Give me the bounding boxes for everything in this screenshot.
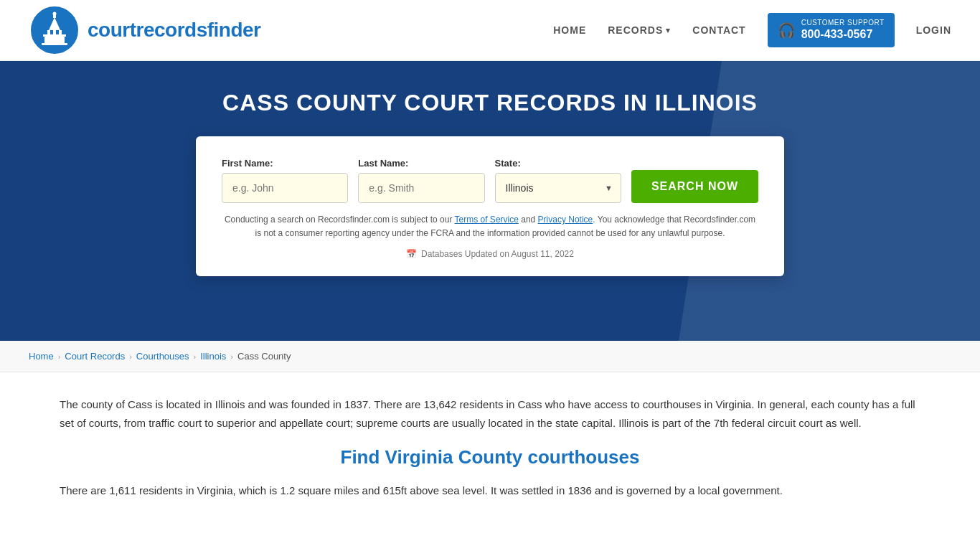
logo-text: courtrecordsfinder bbox=[88, 19, 261, 42]
breadcrumb-sep-4: › bbox=[230, 352, 233, 361]
breadcrumb-sep-3: › bbox=[194, 352, 197, 361]
state-select[interactable]: AlabamaAlaskaArizonaArkansasCaliforniaCo… bbox=[495, 173, 621, 203]
logo-icon bbox=[29, 4, 80, 56]
calendar-icon: 📅 bbox=[406, 249, 417, 259]
nav-login[interactable]: LOGIN bbox=[916, 24, 951, 36]
main-nav: HOME RECORDS ▾ CONTACT 🎧 CUSTOMER SUPPOR… bbox=[553, 13, 951, 47]
first-name-group: First Name: bbox=[222, 158, 348, 203]
breadcrumb-courthouses[interactable]: Courthouses bbox=[136, 351, 189, 362]
section-paragraph: There are 1,611 residents in Virginia, w… bbox=[60, 481, 920, 500]
hero-section: CASS COUNTY COURT RECORDS IN ILLINOIS Fi… bbox=[0, 61, 980, 341]
search-fields: First Name: Last Name: State: AlabamaAla… bbox=[222, 158, 758, 203]
privacy-link[interactable]: Privacy Notice bbox=[538, 215, 593, 225]
hero-title: CASS COUNTY COURT RECORDS IN ILLINOIS bbox=[222, 90, 758, 116]
state-label: State: bbox=[495, 158, 621, 169]
intro-paragraph: The county of Cass is located in Illinoi… bbox=[60, 395, 920, 432]
first-name-label: First Name: bbox=[222, 158, 348, 169]
site-header: courtrecordsfinder HOME RECORDS ▾ CONTAC… bbox=[0, 0, 980, 61]
nav-records[interactable]: RECORDS ▾ bbox=[608, 24, 671, 36]
logo-link[interactable]: courtrecordsfinder bbox=[29, 4, 261, 56]
svg-rect-9 bbox=[42, 43, 67, 45]
db-update: 📅 Databases Updated on August 11, 2022 bbox=[222, 249, 758, 259]
support-text: CUSTOMER SUPPORT 800-433-0567 bbox=[801, 19, 885, 41]
svg-rect-5 bbox=[43, 34, 66, 37]
breadcrumb-illinois[interactable]: Illinois bbox=[200, 351, 226, 362]
last-name-input[interactable] bbox=[358, 173, 484, 203]
headset-icon: 🎧 bbox=[778, 22, 796, 39]
state-wrapper: AlabamaAlaskaArizonaArkansasCaliforniaCo… bbox=[495, 173, 621, 203]
disclaimer-text: Conducting a search on Recordsfinder.com… bbox=[222, 213, 758, 240]
breadcrumb-current: Cass County bbox=[237, 351, 291, 362]
breadcrumb-sep-2: › bbox=[129, 352, 132, 361]
support-box[interactable]: 🎧 CUSTOMER SUPPORT 800-433-0567 bbox=[768, 13, 895, 47]
breadcrumb-sep-1: › bbox=[58, 352, 61, 361]
search-card: First Name: Last Name: State: AlabamaAla… bbox=[196, 136, 784, 276]
first-name-input[interactable] bbox=[222, 173, 348, 203]
svg-point-8 bbox=[53, 12, 57, 16]
state-group: State: AlabamaAlaskaArizonaArkansasCalif… bbox=[495, 158, 621, 203]
last-name-label: Last Name: bbox=[358, 158, 484, 169]
breadcrumb: Home › Court Records › Courthouses › Ill… bbox=[0, 341, 980, 372]
section-title: Find Virginia County courthouses bbox=[60, 446, 920, 468]
last-name-group: Last Name: bbox=[358, 158, 484, 203]
nav-home[interactable]: HOME bbox=[553, 24, 586, 36]
breadcrumb-court-records[interactable]: Court Records bbox=[65, 351, 125, 362]
main-content: The county of Cass is located in Illinoi… bbox=[31, 372, 949, 537]
nav-contact[interactable]: CONTACT bbox=[692, 24, 745, 36]
tos-link[interactable]: Terms of Service bbox=[455, 215, 519, 225]
breadcrumb-home[interactable]: Home bbox=[29, 351, 54, 362]
search-button[interactable]: SEARCH NOW bbox=[631, 170, 758, 203]
